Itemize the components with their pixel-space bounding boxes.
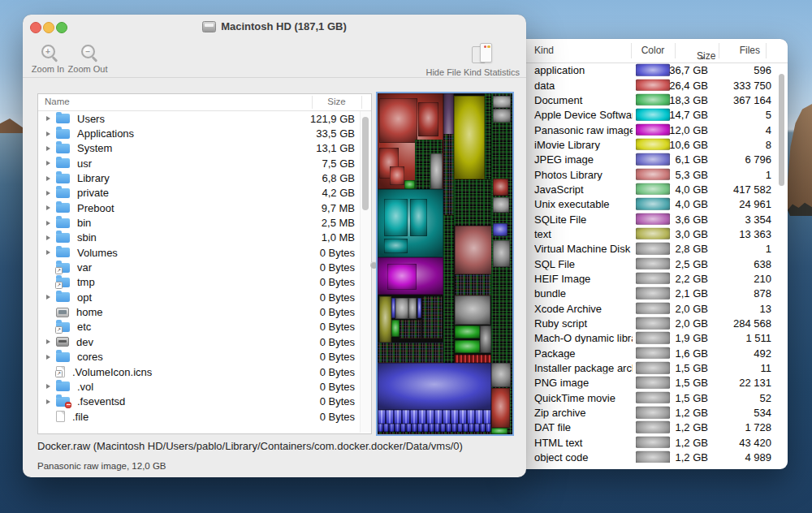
disclosure-triangle-icon[interactable]	[46, 235, 50, 240]
stats-row[interactable]: HEIF Image 2,2 GB 210	[516, 271, 776, 286]
file-row[interactable]: System 13,1 GB	[38, 141, 361, 156]
treemap-block[interactable]	[378, 363, 491, 410]
file-row[interactable]: opt 0 Bytes	[38, 290, 361, 304]
treemap-canvas[interactable]	[378, 93, 512, 434]
stats-row[interactable]: SQLite File 3,6 GB 3 354	[516, 211, 776, 226]
disclosure-triangle-icon[interactable]	[46, 355, 50, 360]
treemap-block[interactable]	[491, 428, 508, 434]
file-row[interactable]: tmp 0 Bytes	[38, 275, 361, 290]
zoom-out-button[interactable]: Zoom Out	[67, 43, 109, 74]
treemap-block[interactable]	[390, 166, 404, 185]
file-row[interactable]: private 4,2 GB	[38, 186, 361, 200]
treemap-block[interactable]	[400, 320, 421, 338]
treemap-block[interactable]	[384, 199, 407, 236]
file-row[interactable]: bin 2,5 MB	[38, 215, 361, 230]
file-kind-statistics-window[interactable]: Kind Color Size⌄ Files application 36,7 …	[516, 39, 788, 469]
disclosure-triangle-icon[interactable]	[46, 384, 50, 389]
file-row[interactable]: dev 0 Bytes	[38, 334, 361, 349]
file-row[interactable]: home 0 Bytes	[38, 304, 361, 319]
file-list-scrollbar[interactable]	[360, 111, 371, 433]
disclosure-triangle-icon[interactable]	[46, 250, 50, 255]
treemap-block[interactable]	[455, 295, 490, 324]
disclosure-triangle-icon[interactable]	[46, 399, 50, 404]
treemap-block[interactable]	[455, 274, 491, 295]
disclosure-triangle-icon[interactable]	[46, 116, 50, 121]
stats-row[interactable]: JPEG image 6,1 GB 6 796	[516, 152, 776, 166]
file-row[interactable]: Users 121,9 GB	[38, 111, 361, 126]
stats-row[interactable]: Virtual Machine Disk F 2,8 GB 1	[516, 241, 776, 256]
file-list-scrollbar-thumb[interactable]	[362, 117, 369, 210]
stats-row[interactable]: Xcode Archive 2,0 GB 13	[516, 301, 776, 316]
treemap-block[interactable]	[417, 298, 421, 318]
column-header-size[interactable]: Size	[312, 97, 361, 106]
column-header-files[interactable]: Files	[740, 45, 760, 56]
stats-row[interactable]: Zip archive 1,2 GB 534	[516, 405, 776, 420]
disclosure-triangle-icon[interactable]	[46, 131, 50, 136]
treemap-block[interactable]	[491, 388, 510, 429]
file-row[interactable]: cores 0 Bytes	[38, 350, 361, 364]
treemap-block[interactable]	[485, 93, 491, 189]
treemap-block[interactable]	[443, 134, 455, 214]
stats-scrollbar-thumb[interactable]	[779, 74, 784, 186]
hide-file-kind-statistics-button[interactable]: Hide File Kind Statistics	[374, 43, 520, 77]
treemap-block[interactable]	[387, 264, 417, 290]
stats-row[interactable]: Document 18,3 GB 367 164	[516, 93, 776, 107]
treemap-block[interactable]	[430, 153, 443, 189]
zoom-in-button[interactable]: Zoom In	[29, 43, 67, 74]
minimize-button[interactable]	[43, 22, 54, 33]
column-header-kind[interactable]: Kind	[534, 45, 554, 56]
treemap-block[interactable]	[384, 239, 407, 254]
column-header-color[interactable]: Color	[632, 45, 674, 56]
file-row[interactable]: usr 7,5 GB	[38, 156, 361, 170]
stats-row[interactable]: Photos Library 5,3 GB 1	[516, 166, 776, 181]
stats-row[interactable]: HTML text 1,2 GB 43 420	[516, 435, 776, 450]
file-row[interactable]: etc 0 Bytes	[38, 320, 361, 334]
main-window[interactable]: Macintosh HD (187,1 GB) Zoom In Zoom Out…	[23, 15, 526, 477]
stats-row[interactable]: data 26,4 GB 333 750	[516, 77, 776, 92]
stats-row[interactable]: Mach-O dynamic libra 1,9 GB 1 511	[516, 330, 776, 345]
treemap-block[interactable]	[404, 180, 415, 189]
stats-row[interactable]: bundle 2,1 GB 878	[516, 286, 776, 300]
treemap-block[interactable]	[493, 109, 511, 123]
treemap-block[interactable]	[455, 355, 491, 363]
file-row[interactable]: .file 0 Bytes	[38, 409, 361, 424]
disclosure-triangle-icon[interactable]	[46, 221, 50, 226]
treemap-block[interactable]	[493, 179, 508, 196]
treemap-block[interactable]	[454, 96, 484, 179]
treemap-block[interactable]	[455, 325, 481, 339]
stats-row[interactable]: Unix executable 4,0 GB 24 961	[516, 196, 776, 211]
treemap-block[interactable]	[493, 96, 511, 108]
treemap-view[interactable]	[376, 92, 514, 436]
file-row[interactable]: .fseventsd 0 Bytes	[38, 394, 361, 409]
treemap-block[interactable]	[410, 199, 428, 236]
disclosure-triangle-icon[interactable]	[46, 146, 50, 151]
file-row[interactable]: Preboot 9,7 MB	[38, 200, 361, 215]
treemap-block[interactable]	[454, 179, 490, 226]
treemap-block[interactable]	[493, 223, 508, 237]
stats-row[interactable]: SQL File 2,5 GB 638	[516, 256, 776, 270]
treemap-block[interactable]	[395, 298, 408, 319]
close-button[interactable]	[30, 22, 41, 33]
treemap-block[interactable]	[493, 197, 509, 213]
stats-row[interactable]: application 36,7 GB 596	[516, 63, 776, 77]
file-row[interactable]: var 0 Bytes	[38, 260, 361, 274]
disclosure-triangle-icon[interactable]	[46, 339, 50, 344]
treemap-block[interactable]	[455, 340, 481, 354]
file-row[interactable]: .vol 0 Bytes	[38, 379, 361, 394]
stats-row[interactable]: Package 1,6 GB 492	[516, 346, 776, 360]
stats-row[interactable]: QuickTime movie 1,5 GB 52	[516, 390, 776, 405]
stats-row[interactable]: Ruby script 2,0 GB 284 568	[516, 316, 776, 330]
disclosure-triangle-icon[interactable]	[46, 176, 50, 181]
treemap-block[interactable]	[379, 296, 392, 343]
treemap-block[interactable]	[379, 98, 417, 143]
stats-row[interactable]: text 3,0 GB 13 363	[516, 226, 776, 241]
treemap-block[interactable]	[378, 410, 491, 425]
zoom-window-button[interactable]	[56, 22, 67, 33]
treemap-block[interactable]	[378, 343, 443, 363]
stats-scrollbar[interactable]	[777, 64, 785, 461]
treemap-block[interactable]	[418, 102, 438, 136]
treemap-block[interactable]	[422, 296, 443, 339]
treemap-block[interactable]	[455, 226, 493, 274]
stats-row[interactable]: PNG image 1,5 GB 22 131	[516, 375, 776, 390]
stats-row[interactable]: Panasonic raw image 12,0 GB 4	[516, 122, 776, 136]
